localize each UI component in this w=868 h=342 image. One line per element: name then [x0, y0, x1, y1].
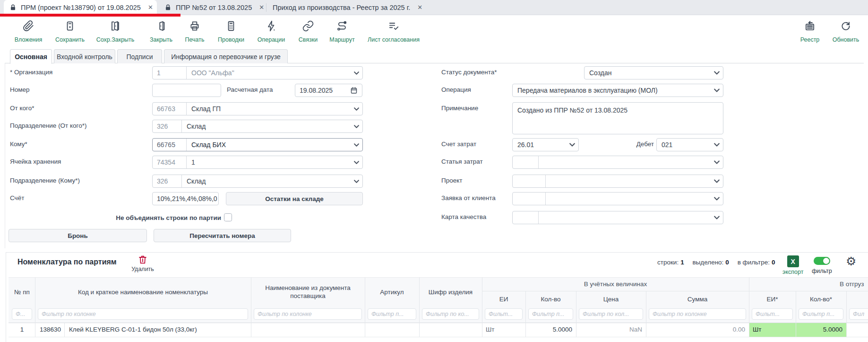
group-shipping-units: В отгруз — [840, 281, 864, 288]
subdivision-to-combo[interactable]: 326 Склад — [152, 175, 363, 188]
stock-remainder-button[interactable]: Остатки на складе — [226, 192, 363, 205]
note-label: Примечание — [441, 105, 478, 112]
row-num: 1 — [9, 323, 35, 337]
col-supplier-name[interactable]: Наименование из документа поставщика — [256, 284, 360, 300]
col-product-code[interactable]: Шифр изделия — [419, 289, 482, 297]
col-article[interactable]: Артикул — [365, 289, 419, 297]
tab-main[interactable]: Основная — [10, 49, 52, 64]
chevron-down-icon — [711, 193, 723, 205]
storage-cell-label: Ячейка хранения — [10, 158, 61, 165]
toolbar-approval-sheet-button[interactable]: Лист согласования — [365, 20, 422, 43]
filter-product-code-input[interactable] — [422, 308, 479, 320]
window-tab-prm[interactable]: ПРМ (проект №138790) от 19.08.2025 ✕ — [4, 0, 157, 15]
document-lock-icon — [164, 4, 172, 11]
filter-extra-input[interactable] — [849, 308, 868, 320]
quality-card-name — [539, 211, 711, 224]
filter-qty-input[interactable] — [528, 308, 573, 320]
storage-cell-combo[interactable]: 74354 1 — [152, 156, 363, 169]
window-tab-registry[interactable]: Приход из производства - Реестр за 2025 … — [267, 0, 443, 15]
export-excel-button[interactable]: X экспорт — [782, 255, 803, 275]
filter-sum-input[interactable] — [649, 308, 746, 320]
subdivision-to-code: 326 — [153, 175, 182, 187]
debit-select[interactable]: 021 — [656, 138, 723, 151]
delete-row-button[interactable]: Удалить — [126, 254, 160, 272]
filter-qty-ship-input[interactable] — [799, 308, 843, 320]
code-subcell-border — [64, 323, 65, 337]
toolbar-refresh-button[interactable]: Обновить — [817, 20, 868, 43]
row-bottom-border — [9, 337, 868, 337]
toolbar-label: Сохр.Закрыть — [96, 36, 135, 43]
settings-gear-icon[interactable]: ⚙ — [846, 255, 856, 267]
col-sum[interactable]: Сумма — [646, 296, 749, 304]
trash-icon — [138, 254, 148, 265]
filter-price-input[interactable] — [579, 308, 643, 320]
client-request-name — [546, 193, 711, 205]
cost-account-value: 26.01 — [513, 139, 566, 151]
cost-item-name — [539, 156, 711, 168]
close-icon[interactable]: ✕ — [417, 4, 422, 11]
tab-label: Информация о перевозчике и грузе — [171, 53, 281, 61]
tab-input-control[interactable]: Входной контроль — [54, 49, 115, 63]
route-icon — [336, 20, 348, 34]
calendar-icon[interactable] — [350, 87, 358, 94]
cost-item-code — [513, 156, 539, 168]
debit-value: 021 — [657, 139, 711, 151]
operation-select[interactable]: Передача материалов в эксплуатацию (МОЛ) — [512, 84, 723, 97]
filter-supplier-name-input[interactable] — [254, 308, 362, 320]
account-input[interactable]: 10%,21%,4%,08%,0 — [152, 192, 219, 205]
reserve-button[interactable]: Бронь — [9, 229, 147, 242]
col-border — [482, 277, 482, 337]
col-qty-ship[interactable]: Кол-во* — [796, 296, 846, 304]
chevron-down-icon — [350, 156, 362, 168]
cost-item-combo[interactable] — [512, 156, 723, 169]
recalculate-numbers-button[interactable]: Пересчитать номера — [154, 229, 291, 242]
filter-num-input[interactable] — [12, 308, 32, 320]
organization-combo[interactable]: 1 ООО "Альфа" — [152, 66, 363, 79]
quality-card-combo[interactable] — [512, 211, 723, 224]
close-icon[interactable]: ✕ — [259, 4, 264, 11]
tab-signatures[interactable]: Подписи — [117, 49, 162, 63]
organization-code: 1 — [153, 67, 187, 79]
chevron-down-icon — [350, 175, 362, 187]
filter-article-input[interactable] — [368, 308, 416, 320]
row-qty-ship: 5.0000 — [796, 323, 842, 337]
note-textarea[interactable]: Создано из ППР №52 от 13.08.2025 — [512, 102, 723, 134]
from-combo[interactable]: 66763 Склад ГП — [152, 102, 363, 115]
client-request-combo[interactable] — [512, 192, 723, 205]
subdivision-from-combo[interactable]: 326 Склад — [152, 120, 363, 133]
col-code-name[interactable]: Код и краткое наименование номенклатуры — [35, 289, 251, 297]
window-tab-ppr[interactable]: ППР №52 от 13.08.2025 ✕ — [159, 0, 265, 15]
number-label: Номер — [10, 86, 30, 93]
registry-icon — [804, 20, 816, 34]
col-price[interactable]: Цена — [576, 296, 646, 304]
filter-unit-ship-input[interactable] — [752, 308, 793, 320]
tab-carrier-cargo-info[interactable]: Информация о перевозчике и грузе — [164, 49, 288, 63]
number-input[interactable] — [152, 84, 221, 97]
status-select[interactable]: Создан — [584, 66, 723, 79]
filter-unit-input[interactable] — [485, 308, 523, 320]
calculator-icon — [225, 20, 237, 34]
to-combo[interactable]: 66765 Склад БИХ — [152, 138, 363, 151]
col-unit-ship[interactable]: ЕИ* — [749, 296, 796, 304]
no-merge-checkbox[interactable] — [224, 213, 232, 221]
col-num[interactable]: № пп — [9, 289, 35, 297]
col-qty[interactable]: Кол-во — [525, 296, 576, 304]
checklist-check-icon — [387, 20, 400, 34]
window-tab-title: Приход из производства - Реестр за 2025 … — [273, 4, 410, 11]
filter-toggle[interactable] — [814, 257, 830, 265]
cost-account-select[interactable]: 26.01 — [512, 138, 579, 151]
calc-date-input[interactable]: 19.08.2025 — [295, 84, 362, 97]
delete-label: Удалить — [131, 266, 154, 272]
col-unit[interactable]: ЕИ — [482, 296, 525, 304]
filter-code-name-input[interactable] — [38, 308, 248, 320]
to-label: Кому* — [10, 140, 27, 148]
close-icon[interactable]: ✕ — [148, 4, 153, 11]
storage-cell-name: 1 — [187, 156, 350, 168]
chevron-down-icon — [566, 139, 578, 151]
toolbar-route-button[interactable]: Маршрут — [314, 20, 370, 43]
filter-toggle-control[interactable]: фильтр — [812, 257, 832, 274]
refresh-icon — [840, 20, 852, 34]
project-combo[interactable] — [512, 175, 723, 188]
chevron-down-icon — [711, 211, 723, 224]
export-label: экспорт — [782, 269, 803, 275]
